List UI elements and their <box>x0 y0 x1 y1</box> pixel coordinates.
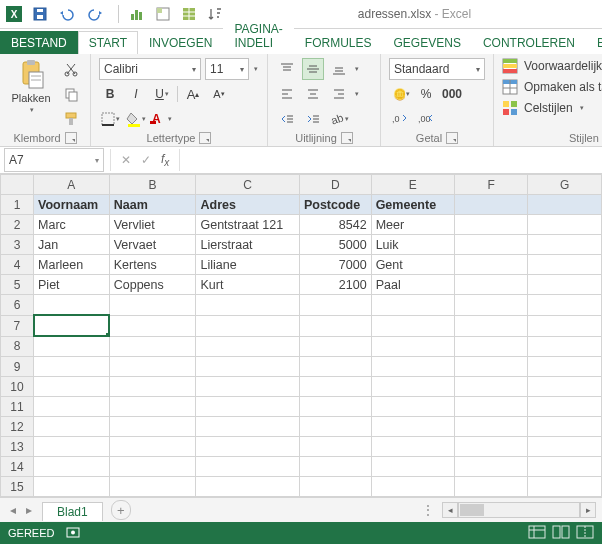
cell[interactable]: Kurt <box>196 275 299 295</box>
cell[interactable]: Piet <box>34 275 110 295</box>
cell[interactable] <box>455 235 528 255</box>
align-middle-icon[interactable] <box>302 58 324 80</box>
row-header[interactable]: 5 <box>1 275 34 295</box>
cell-styles-button[interactable]: Celstijlen▾ <box>502 100 602 116</box>
row-header[interactable]: 14 <box>1 457 34 477</box>
sheet-nav-prev-icon[interactable]: ◂ <box>6 503 20 517</box>
row-header[interactable]: 7 <box>1 315 34 336</box>
select-all-corner[interactable] <box>1 175 34 195</box>
col-header[interactable]: D <box>299 175 371 195</box>
cell[interactable]: Adres <box>196 195 299 215</box>
col-header[interactable]: E <box>371 175 454 195</box>
cell[interactable]: 7000 <box>299 255 371 275</box>
cell[interactable] <box>34 295 110 316</box>
cell[interactable]: Lierstraat <box>196 235 299 255</box>
view-page-layout-icon[interactable] <box>552 525 570 541</box>
align-left-icon[interactable] <box>276 83 298 105</box>
row-header[interactable]: 10 <box>1 377 34 397</box>
col-header[interactable]: B <box>109 175 196 195</box>
row-header[interactable]: 13 <box>1 437 34 457</box>
cell[interactable] <box>528 195 602 215</box>
cell[interactable]: 8542 <box>299 215 371 235</box>
row-header[interactable]: 1 <box>1 195 34 215</box>
tab-controleren[interactable]: CONTROLEREN <box>472 31 586 54</box>
bold-icon[interactable]: B <box>99 83 121 105</box>
active-cell[interactable] <box>34 315 110 336</box>
row-header[interactable]: 11 <box>1 397 34 417</box>
qat-btn-sort-icon[interactable] <box>207 6 223 22</box>
name-box[interactable]: A7▾ <box>4 148 104 172</box>
qat-btn-pivot-icon[interactable] <box>155 6 171 22</box>
scroll-right-icon[interactable]: ▸ <box>580 502 596 518</box>
cell[interactable]: Naam <box>109 195 196 215</box>
undo-icon[interactable] <box>58 6 78 22</box>
thousands-icon[interactable]: 000 <box>441 83 463 105</box>
qat-btn-chart-icon[interactable] <box>129 6 145 22</box>
dialog-launcher-icon[interactable] <box>446 132 458 144</box>
decrease-indent-icon[interactable] <box>276 108 298 130</box>
col-header[interactable]: F <box>455 175 528 195</box>
dialog-launcher-icon[interactable] <box>341 132 353 144</box>
increase-decimal-icon[interactable]: ,0 <box>389 108 411 130</box>
row-header[interactable]: 12 <box>1 417 34 437</box>
decrease-decimal-icon[interactable]: ,00 <box>415 108 437 130</box>
cancel-formula-icon[interactable]: ✕ <box>121 153 131 167</box>
increase-indent-icon[interactable] <box>302 108 324 130</box>
dialog-launcher-icon[interactable] <box>199 132 211 144</box>
save-icon[interactable] <box>32 6 48 22</box>
dialog-launcher-icon[interactable] <box>65 132 77 144</box>
tab-formules[interactable]: FORMULES <box>294 31 383 54</box>
font-name-combo[interactable]: Calibri▾ <box>99 58 201 80</box>
cell[interactable]: Gemeente <box>371 195 454 215</box>
align-right-icon[interactable] <box>328 83 350 105</box>
cell[interactable]: 5000 <box>299 235 371 255</box>
cell[interactable]: Paal <box>371 275 454 295</box>
cell[interactable]: 2100 <box>299 275 371 295</box>
col-header[interactable]: C <box>196 175 299 195</box>
row-header[interactable]: 3 <box>1 235 34 255</box>
conditional-formatting-button[interactable]: Voorwaardelijke opmaak▾ <box>502 58 602 74</box>
italic-icon[interactable]: I <box>125 83 147 105</box>
cell[interactable] <box>528 255 602 275</box>
cut-icon[interactable] <box>60 58 82 80</box>
sheet-tab[interactable]: Blad1 <box>42 502 103 521</box>
new-sheet-button[interactable]: + <box>111 500 131 520</box>
cell[interactable]: Kertens <box>109 255 196 275</box>
cell[interactable] <box>455 215 528 235</box>
row-header[interactable]: 9 <box>1 357 34 377</box>
cell[interactable] <box>528 215 602 235</box>
cell[interactable] <box>528 235 602 255</box>
cell[interactable]: Liliane <box>196 255 299 275</box>
paste-button[interactable]: Plakken▾ <box>8 58 54 114</box>
cell[interactable]: Meer <box>371 215 454 235</box>
row-header[interactable]: 15 <box>1 477 34 497</box>
cell[interactable]: Marleen <box>34 255 110 275</box>
align-center-icon[interactable] <box>302 83 324 105</box>
cell[interactable]: Marc <box>34 215 110 235</box>
number-format-combo[interactable]: Standaard▾ <box>389 58 485 80</box>
enter-formula-icon[interactable]: ✓ <box>141 153 151 167</box>
scroll-left-icon[interactable]: ◂ <box>442 502 458 518</box>
format-painter-icon[interactable] <box>60 108 82 130</box>
percent-icon[interactable]: % <box>415 83 437 105</box>
align-top-icon[interactable] <box>276 58 298 80</box>
macro-record-icon[interactable] <box>66 525 80 541</box>
cell[interactable]: Postcode <box>299 195 371 215</box>
view-page-break-icon[interactable] <box>576 525 594 541</box>
font-color-icon[interactable]: A▾ <box>151 108 173 130</box>
insert-function-icon[interactable]: fx <box>161 152 169 168</box>
sheet-nav-next-icon[interactable]: ▸ <box>22 503 36 517</box>
qat-btn-table-icon[interactable] <box>181 6 197 22</box>
underline-icon[interactable]: U▾ <box>151 83 173 105</box>
tab-file[interactable]: BESTAND <box>0 31 78 54</box>
tab-invoegen[interactable]: INVOEGEN <box>138 31 223 54</box>
fill-color-icon[interactable]: ▾ <box>125 108 147 130</box>
view-normal-icon[interactable] <box>528 525 546 541</box>
accounting-format-icon[interactable]: 🪙▾ <box>389 83 411 105</box>
row-header[interactable]: 4 <box>1 255 34 275</box>
copy-icon[interactable] <box>60 83 82 105</box>
cell[interactable] <box>455 275 528 295</box>
cell[interactable]: Coppens <box>109 275 196 295</box>
row-header[interactable]: 8 <box>1 336 34 357</box>
tab-beeld[interactable]: BEELD <box>586 31 602 54</box>
